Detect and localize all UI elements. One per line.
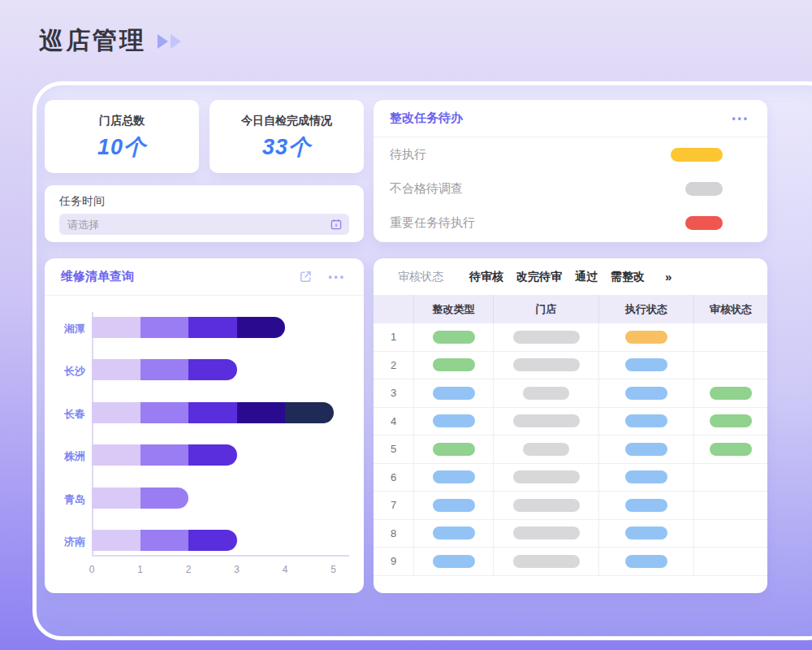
table-cell (694, 352, 767, 379)
review-status-pill (710, 414, 752, 427)
repair-bar-chart: 湘潭长沙长春株洲青岛济南012345 (45, 296, 364, 593)
row-number: 4 (391, 415, 396, 427)
bar-segment (237, 317, 286, 338)
table-cell (694, 323, 767, 351)
table-cell (414, 323, 494, 351)
chart-x-tick: 2 (179, 564, 198, 575)
calendar-icon[interactable] (330, 218, 343, 231)
table-cell (414, 436, 494, 463)
todo-item[interactable]: 待执行 (374, 137, 767, 171)
review-status-pill (710, 443, 752, 456)
row-number-cell: 3 (374, 379, 414, 407)
task-time-input[interactable] (67, 219, 330, 231)
row-number-cell: 4 (374, 408, 414, 436)
table-row[interactable]: 6 (374, 464, 767, 492)
filter-overflow-icon[interactable]: » (665, 270, 672, 284)
table-row[interactable]: 1 (374, 323, 767, 352)
table-cell (599, 520, 694, 548)
store-pill (513, 499, 580, 512)
table-column-header: 门店 (494, 295, 599, 323)
bar-segment (92, 530, 140, 551)
review-filter-option[interactable]: 待审核 (469, 270, 503, 284)
table-column-header: 整改类型 (414, 295, 494, 323)
bar-segment (140, 402, 189, 423)
row-number-cell: 2 (374, 352, 414, 379)
table-cell (694, 436, 767, 463)
table-cell (494, 352, 599, 379)
row-number: 8 (391, 527, 396, 540)
table-cell (414, 548, 494, 575)
table-cell (494, 520, 599, 548)
row-number-cell: 5 (374, 436, 414, 463)
chart-category-label: 湘潭 (48, 322, 85, 336)
todo-item[interactable]: 不合格待调查 (374, 171, 767, 206)
chart-x-tick: 3 (227, 564, 247, 575)
rectify-type-pill (433, 526, 475, 540)
chart-x-tick: 1 (131, 564, 150, 575)
todo-status-pill (685, 216, 723, 230)
bar-segment (92, 359, 140, 380)
chart-category-label: 长沙 (48, 364, 85, 379)
table-row[interactable]: 7 (374, 492, 767, 520)
row-number: 9 (391, 555, 396, 567)
page-header: 巡店管理 (39, 24, 181, 58)
table-cell (694, 464, 767, 492)
table-row[interactable]: 9 (374, 548, 767, 576)
rectify-type-pill (433, 414, 475, 427)
row-number-cell: 6 (374, 464, 414, 492)
bar-segment (92, 488, 140, 509)
chart-category-label: 济南 (48, 535, 85, 549)
review-status-filter: 审核状态 待审核改完待审通过需整改» (374, 258, 767, 295)
rectify-type-pill (433, 499, 475, 512)
table-cell (599, 352, 694, 379)
review-filter-option[interactable]: 通过 (575, 270, 598, 284)
bar-segment (92, 317, 140, 338)
stat-label: 今日自检完成情况 (209, 114, 364, 128)
todo-item-label: 重要任务待执行 (390, 215, 685, 231)
table-body: 123456789 (374, 323, 767, 576)
table-column-header: 执行状态 (599, 295, 694, 323)
table-row[interactable]: 2 (374, 352, 767, 380)
review-filter-option[interactable]: 改完待审 (516, 270, 562, 284)
bar-segment (92, 444, 140, 466)
table-column-header: 审核状态 (694, 295, 767, 323)
exec-status-pill (625, 387, 667, 400)
exec-status-pill (625, 555, 667, 568)
table-cell (494, 436, 599, 463)
rectify-type-pill (433, 555, 475, 568)
todo-item-label: 不合格待调查 (390, 181, 685, 197)
table-cell (694, 520, 767, 548)
table-row[interactable]: 4 (374, 408, 767, 436)
more-menu-icon[interactable]: ••• (732, 113, 749, 124)
task-time-picker[interactable] (59, 214, 349, 235)
todo-item[interactable]: 重要任务待执行 (374, 206, 767, 240)
stat-value: 33个 (209, 132, 364, 162)
bar-segment (140, 444, 189, 466)
table-cell (414, 464, 494, 492)
more-menu-icon[interactable]: ••• (328, 271, 346, 283)
stat-value: 10个 (45, 132, 199, 162)
review-filter-option[interactable]: 需整改 (611, 270, 645, 284)
stat-label: 门店总数 (45, 114, 199, 128)
table-row[interactable]: 5 (374, 436, 767, 464)
exec-status-pill (625, 470, 667, 483)
chart-x-axis (92, 555, 349, 557)
table-cell (414, 379, 494, 407)
share-icon[interactable] (298, 269, 313, 284)
bar-segment (140, 317, 189, 338)
bar-segment (237, 402, 286, 423)
bar-segment (140, 530, 189, 551)
exec-status-pill (625, 443, 667, 456)
row-number-cell: 7 (374, 492, 414, 519)
bar-segment (188, 317, 237, 338)
chart-category-label: 长春 (48, 407, 85, 422)
store-pill (513, 555, 580, 568)
row-number: 6 (391, 471, 396, 483)
title-arrow-icon (158, 34, 168, 49)
table-row[interactable]: 3 (374, 379, 767, 408)
table-row[interactable]: 8 (374, 520, 767, 548)
row-number: 7 (391, 499, 396, 511)
table-cell (694, 492, 767, 519)
table-cell (414, 408, 494, 436)
bar-segment (188, 402, 237, 423)
